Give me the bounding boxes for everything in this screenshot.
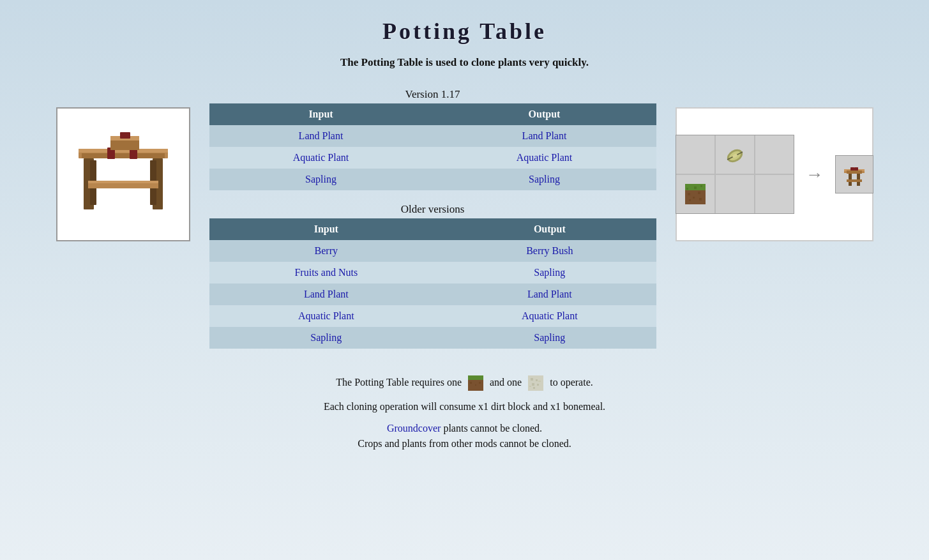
craft-grid: [676, 135, 794, 214]
requires-text: The Potting Table requires one and one: [0, 361, 929, 397]
table-cell[interactable]: Land Plant: [433, 125, 656, 147]
svg-rect-46: [537, 384, 539, 386]
svg-rect-33: [847, 179, 862, 182]
craft-arrow-icon: →: [799, 164, 830, 185]
craft-cell-r1c0: [676, 175, 714, 213]
table-row: Aquatic PlantAquatic Plant: [209, 305, 656, 327]
table-cell[interactable]: Berry Bush: [443, 240, 656, 262]
svg-rect-47: [533, 387, 535, 389]
svg-rect-38: [468, 375, 483, 380]
svg-rect-11: [88, 181, 158, 183]
table-row: SaplingSapling: [209, 169, 656, 190]
center-tables: Version 1.17 Input Output Land PlantLand…: [209, 88, 656, 349]
potting-table-image-box: [56, 107, 190, 241]
older-table-section: Older versions Input Output BerryBerry B…: [209, 203, 656, 349]
dirt-block-icon: [681, 180, 709, 208]
table-cell[interactable]: Land Plant: [209, 125, 433, 147]
svg-rect-34: [850, 167, 854, 170]
version-label: Version 1.17: [209, 88, 656, 101]
footer-section: The Potting Table requires one and one: [0, 355, 929, 470]
groundcover-link[interactable]: Groundcover: [387, 423, 441, 434]
craft-result-cell: [835, 155, 873, 193]
potting-table-result-icon: [840, 160, 868, 188]
potting-table-icon: [72, 123, 174, 225]
svg-rect-2: [82, 153, 165, 158]
craft-cell-r0c0: [676, 135, 714, 174]
table-cell[interactable]: Sapling: [209, 327, 444, 349]
version-table-section: Version 1.17 Input Output Land PlantLand…: [209, 88, 656, 190]
table-cell[interactable]: Aquatic Plant: [209, 147, 433, 169]
table-cell[interactable]: Fruits and Nuts: [209, 262, 444, 284]
svg-rect-27: [694, 186, 697, 189]
svg-rect-35: [854, 167, 858, 170]
table-cell[interactable]: Sapling: [433, 169, 656, 190]
version-table: Input Output Land PlantLand PlantAquatic…: [209, 103, 656, 190]
svg-rect-14: [120, 132, 130, 139]
svg-rect-36: [847, 170, 862, 174]
table-row: Land PlantLand Plant: [209, 125, 656, 147]
svg-rect-42: [528, 375, 543, 391]
svg-rect-22: [693, 197, 695, 199]
craft-cell-r1c1: [716, 175, 754, 213]
svg-rect-43: [531, 378, 533, 381]
svg-rect-40: [475, 384, 476, 386]
table-cell[interactable]: Aquatic Plant: [443, 305, 656, 327]
svg-rect-44: [536, 379, 538, 381]
table-cell[interactable]: Sapling: [209, 169, 433, 190]
craft-cell-r1c2: [755, 175, 794, 213]
table-row: BerryBerry Bush: [209, 240, 656, 262]
older-table: Input Output BerryBerry BushFruits and N…: [209, 218, 656, 349]
consume-text: Each cloning operation will consume x1 d…: [0, 397, 929, 416]
svg-rect-41: [479, 382, 481, 384]
table-cell[interactable]: Aquatic Plant: [433, 147, 656, 169]
cannot-clone-text: Crops and plants from other mods cannot …: [0, 437, 929, 451]
table-cell[interactable]: Sapling: [443, 262, 656, 284]
table-cell[interactable]: Land Plant: [209, 284, 444, 305]
table-cell[interactable]: Sapling: [443, 327, 656, 349]
svg-rect-48: [529, 386, 531, 387]
craft-recipe-box: →: [676, 107, 873, 241]
svg-rect-49: [538, 381, 541, 382]
svg-rect-26: [686, 188, 688, 190]
table-cell[interactable]: Land Plant: [443, 284, 656, 305]
page-title: Potting Table: [0, 0, 929, 51]
table-cell[interactable]: Berry: [209, 240, 444, 262]
craft-cell-r0c2: [755, 135, 794, 174]
svg-rect-25: [699, 198, 702, 201]
bonemeal-inline-icon: [527, 374, 545, 392]
version-col-output: Output: [433, 103, 656, 125]
clone-note: Groundcover plants cannot be cloned.: [0, 416, 929, 437]
older-col-output: Output: [443, 218, 656, 240]
version-col-input: Input: [209, 103, 433, 125]
older-col-input: Input: [209, 218, 444, 240]
svg-rect-39: [470, 382, 472, 384]
svg-rect-21: [688, 193, 690, 195]
table-row: Land PlantLand Plant: [209, 284, 656, 305]
table-row: Fruits and NutsSapling: [209, 262, 656, 284]
svg-rect-24: [689, 199, 691, 201]
svg-rect-23: [698, 192, 700, 194]
table-row: Aquatic PlantAquatic Plant: [209, 147, 656, 169]
svg-rect-28: [700, 185, 702, 187]
table-row: SaplingSapling: [209, 327, 656, 349]
table-cell[interactable]: Aquatic Plant: [209, 305, 444, 327]
dirt-block-inline-icon: [467, 374, 485, 392]
seed-icon: [721, 140, 749, 169]
craft-cell-r0c1: [716, 135, 754, 174]
svg-rect-45: [532, 383, 534, 386]
subtitle: The Potting Table is used to clone plant…: [0, 51, 929, 82]
older-label: Older versions: [209, 203, 656, 216]
